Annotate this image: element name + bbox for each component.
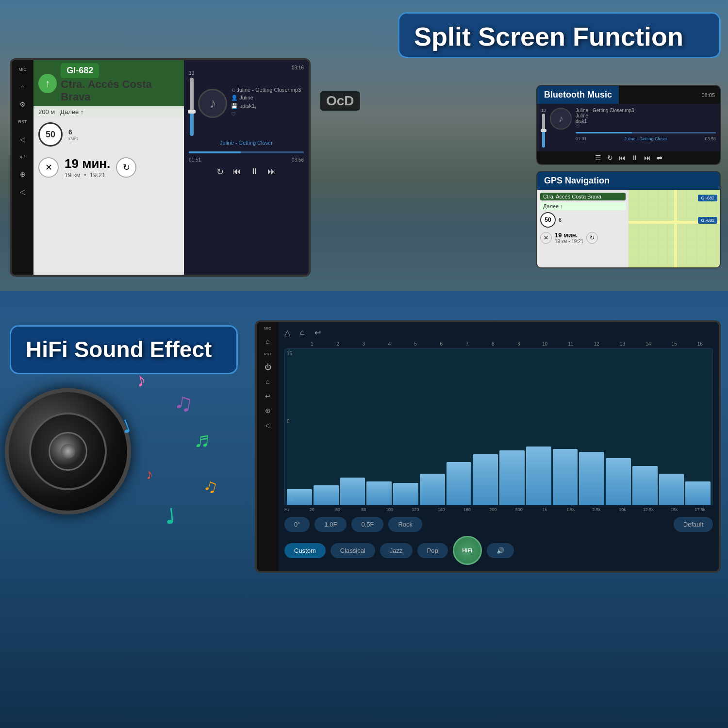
- bt-next-btn[interactable]: ⏭: [644, 154, 651, 162]
- eq-btn-0deg[interactable]: 0°: [284, 517, 310, 532]
- split-screen-box: Split Screen Function: [398, 12, 721, 58]
- home-icon[interactable]: ⌂: [17, 82, 28, 92]
- nav-icon[interactable]: ◁: [17, 134, 28, 145]
- eq-bar-6[interactable]: [420, 474, 445, 505]
- bt-artist: Juline: [576, 113, 716, 118]
- eq-num-2: 2: [325, 341, 350, 347]
- gps-cancel-btn[interactable]: ✕: [540, 232, 552, 244]
- cancel-nav-btn[interactable]: ✕: [38, 157, 59, 178]
- speed-current: 6: [68, 128, 78, 136]
- eq-btn-custom[interactable]: Custom: [284, 543, 326, 558]
- eq-hifi-circle[interactable]: HiFi: [453, 536, 482, 565]
- eq-y-0: 0: [287, 419, 290, 424]
- eq-icon-2[interactable]: ⌂: [300, 328, 305, 337]
- eq-vol-icon[interactable]: ◁: [265, 421, 270, 429]
- eq-top-bar: △ ⌂ ↩: [284, 328, 713, 337]
- back-icon[interactable]: ↩: [17, 151, 28, 162]
- eq-bar-7[interactable]: [447, 462, 472, 505]
- bt-repeat-btn[interactable]: ↻: [607, 154, 613, 162]
- eq-num-14: 14: [635, 341, 661, 347]
- nav-header: ↑ GI-682 Ctra. Accés Costa Brava: [33, 60, 184, 106]
- time-current: 01:51: [189, 157, 201, 163]
- bluetooth-panel: Bluetooth Music 08:05 10 ♪ Juline - Gett…: [536, 85, 721, 165]
- bt-panel-body: 10 ♪ Juline - Getting Closer.mp3 Juline …: [537, 104, 720, 151]
- eq-num-10: 10: [532, 341, 558, 347]
- map-road-v1: [674, 190, 677, 267]
- eq-chart-area[interactable]: 15 0 -15: [284, 348, 713, 505]
- music-progress-bar[interactable]: [189, 151, 304, 153]
- eq-num-11: 11: [558, 341, 583, 347]
- eq-bar-5[interactable]: [393, 483, 418, 505]
- small-panels: Bluetooth Music 08:05 10 ♪ Juline - Gett…: [536, 85, 721, 268]
- eq-hz-2-5k: 2.5k: [583, 507, 609, 512]
- eq-hz-80: 80: [351, 507, 377, 512]
- eq-power-icon[interactable]: ⏻: [265, 363, 271, 371]
- volume-slider[interactable]: [190, 78, 194, 136]
- eq-bar-4[interactable]: [366, 481, 392, 505]
- speaker-mid: [29, 413, 107, 490]
- bottom-section: HiFi Sound Effect ♪ ♫ ♩ ♬ ♪ ♫ ♩ MIC ⌂ RS…: [0, 311, 728, 728]
- gps-map: GI-682 GI-682: [629, 190, 720, 267]
- distance-label: 200 м: [38, 108, 55, 116]
- music-subtitle: Juline - Getting Closer: [189, 140, 304, 146]
- music-source: 💾 udisk1,: [231, 103, 304, 109]
- eq-btn-05f[interactable]: 0.5F: [351, 517, 383, 532]
- play-btn[interactable]: ⏸: [250, 166, 259, 177]
- eq-num-15: 15: [661, 341, 687, 347]
- eq-btn-1f[interactable]: 1.0F: [314, 517, 347, 532]
- repeat-btn[interactable]: ↻: [216, 166, 224, 177]
- eq-bar-13[interactable]: [606, 458, 631, 505]
- settings-icon[interactable]: ⚙: [17, 99, 28, 110]
- nav-distance-row: 200 м Далее ↑: [33, 106, 184, 117]
- eq-btn-default[interactable]: Default: [674, 517, 713, 532]
- eq-btn-rock[interactable]: Rock: [388, 517, 422, 532]
- reroute-btn[interactable]: ↻: [116, 157, 136, 178]
- bt-vol-slider[interactable]: [542, 114, 545, 148]
- gps-reroute-btn[interactable]: ↻: [586, 232, 598, 244]
- note-7: ♩: [164, 504, 176, 529]
- bt-play-btn[interactable]: ⏸: [631, 154, 638, 162]
- eq-bar-2[interactable]: [314, 485, 339, 505]
- eq-home-icon[interactable]: ⌂: [265, 337, 269, 345]
- add-icon[interactable]: ⊕: [17, 169, 28, 180]
- eq-num-5: 5: [402, 341, 428, 347]
- bt-panel-title: Bluetooth Music: [537, 86, 619, 104]
- eq-icon-1[interactable]: △: [284, 328, 290, 337]
- eq-bar-12[interactable]: [579, 452, 604, 505]
- ocd-badge: OcD: [320, 91, 360, 111]
- eq-btn-jazz[interactable]: Jazz: [380, 543, 413, 558]
- bt-shuffle-btn[interactable]: ⇌: [657, 154, 662, 162]
- eq-add-icon[interactable]: ⊕: [265, 407, 271, 414]
- eq-bar-3[interactable]: [340, 478, 365, 505]
- eq-back-icon[interactable]: ↩: [265, 392, 271, 400]
- eq-numbers-row: 1 2 3 4 5 6 7 8 9 10 11 12 13 14 15 16: [284, 341, 713, 347]
- bt-vol-area: 10: [541, 108, 546, 148]
- eq-bar-9[interactable]: [499, 450, 525, 505]
- vol-icon[interactable]: ◁: [17, 186, 28, 197]
- gps-speed-circle: 50: [540, 212, 556, 228]
- note-3: ♩: [118, 416, 133, 437]
- prev-btn[interactable]: ⏮: [232, 166, 241, 177]
- eq-bar-8[interactable]: [473, 454, 498, 505]
- eq-bar-11[interactable]: [553, 449, 578, 505]
- gps-panel-title: GPS Navigation: [537, 172, 720, 190]
- bt-progress[interactable]: [576, 132, 716, 133]
- eq-icon-3[interactable]: ↩: [314, 328, 321, 337]
- eq-bar-10[interactable]: [526, 447, 551, 505]
- eq-btn-pop[interactable]: Pop: [417, 543, 448, 558]
- bt-prev-btn[interactable]: ⏮: [619, 154, 626, 162]
- eq-bar-14[interactable]: [632, 466, 658, 505]
- next-btn[interactable]: ⏭: [267, 166, 276, 177]
- eq-bar-15[interactable]: [659, 474, 684, 505]
- eq-btn-speaker[interactable]: 🔊: [487, 543, 514, 558]
- music-progress-fill: [189, 151, 241, 153]
- bt-list-btn[interactable]: ☰: [595, 154, 601, 162]
- eq-bar-1[interactable]: [287, 489, 312, 505]
- eq-bar-16[interactable]: [685, 481, 711, 505]
- hifi-box: HiFi Sound Effect: [10, 325, 238, 374]
- eq-btn-classical[interactable]: Classical: [331, 543, 375, 558]
- eq-hz-500: 500: [506, 507, 532, 512]
- main-device: MIC ⌂ ⚙ RST ◁ ↩ ⊕ ◁ ↑ GI-682 Ctra. Accés…: [10, 58, 311, 277]
- eq-nav-icon[interactable]: ⌂: [265, 378, 269, 385]
- eq-num-12: 12: [583, 341, 609, 347]
